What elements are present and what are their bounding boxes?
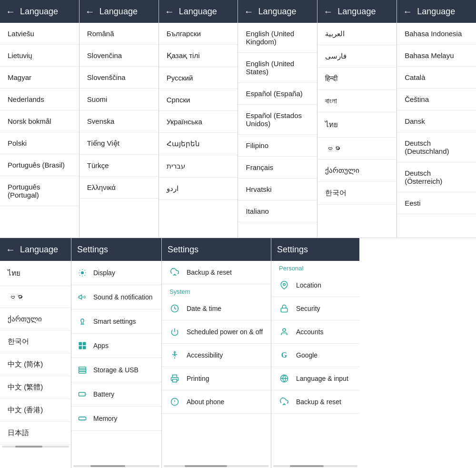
- svg-point-0: [81, 271, 84, 274]
- list-item[interactable]: Русский: [159, 67, 238, 89]
- settings-list-3: Personal Location Security Accoun: [271, 261, 359, 464]
- settings-item-label: Backup & reset: [296, 398, 341, 406]
- settings-item-location[interactable]: Location: [271, 274, 359, 297]
- list-item[interactable]: Български: [159, 23, 238, 45]
- list-item[interactable]: Čeština: [397, 89, 476, 110]
- panel-title-bottom: Language: [20, 245, 58, 255]
- list-item[interactable]: Polski: [0, 132, 79, 154]
- list-item[interactable]: Հայերեն: [159, 133, 238, 155]
- settings-item-security[interactable]: Security: [271, 297, 359, 320]
- list-item[interactable]: Español (Estados Unidos): [238, 105, 317, 135]
- settings-panel-1: Settings Display Sound & notification: [71, 238, 162, 468]
- list-item[interactable]: Català: [397, 67, 476, 89]
- list-item[interactable]: Deutsch (Österreich): [397, 162, 476, 192]
- settings-item-printing[interactable]: Printing: [162, 367, 271, 390]
- list-item[interactable]: 中文 (繁體): [0, 376, 71, 399]
- back-arrow-6[interactable]: ←: [403, 6, 412, 17]
- list-item[interactable]: Português (Brasil): [0, 154, 79, 176]
- list-item[interactable]: Deutsch (Deutschland): [397, 132, 476, 162]
- list-item[interactable]: Română: [79, 23, 159, 45]
- back-arrow-3[interactable]: ←: [165, 6, 174, 17]
- list-item[interactable]: ဗမာ: [0, 286, 71, 308]
- list-item[interactable]: Español (España): [238, 83, 317, 105]
- list-item[interactable]: العربية: [317, 23, 397, 45]
- list-item[interactable]: ไทย: [0, 261, 71, 286]
- list-item[interactable]: Português (Portugal): [0, 176, 79, 206]
- list-item[interactable]: Tiếng Việt: [79, 132, 159, 155]
- list-item[interactable]: Italiano: [238, 200, 317, 222]
- list-item[interactable]: ဗမာ: [317, 138, 397, 159]
- list-item[interactable]: Ελληνικά: [79, 177, 159, 199]
- panel-title-3: Language: [179, 7, 217, 17]
- list-item[interactable]: ქართული: [0, 308, 71, 330]
- list-item[interactable]: 中文 (香港): [0, 399, 71, 422]
- list-item[interactable]: Қазақ тілі: [159, 45, 238, 67]
- settings-item-smart[interactable]: Smart settings: [71, 309, 161, 334]
- settings-item-accounts[interactable]: Accounts: [271, 320, 359, 344]
- list-item[interactable]: Magyar: [0, 67, 79, 89]
- settings-item-power[interactable]: Scheduled power on & off: [162, 320, 271, 344]
- list-item[interactable]: Lietuvių: [0, 45, 79, 67]
- list-item[interactable]: Slovenščina: [79, 67, 159, 89]
- settings-item-backup[interactable]: Backup & reset: [162, 261, 271, 284]
- settings-item-google[interactable]: G Google: [271, 344, 359, 367]
- list-item[interactable]: Slovenčina: [79, 45, 159, 67]
- panel-header-2: ← Language: [79, 0, 159, 23]
- back-arrow-bottom[interactable]: ←: [6, 244, 15, 255]
- list-item[interactable]: Türkçe: [79, 155, 159, 177]
- list-item[interactable]: 中文 (简体): [0, 353, 71, 376]
- list-item[interactable]: Latviešu: [0, 23, 79, 45]
- settings-item-accessibility[interactable]: Accessibility: [162, 344, 271, 367]
- settings-item-label: Printing: [187, 375, 209, 382]
- back-arrow-4[interactable]: ←: [244, 6, 253, 17]
- list-item[interactable]: हिन्दी: [317, 68, 397, 90]
- settings-list-1: Display Sound & notification Smart setti…: [71, 261, 161, 464]
- list-item[interactable]: Eesti: [397, 192, 476, 214]
- back-arrow-2[interactable]: ←: [85, 6, 95, 17]
- list-item[interactable]: 日本語: [0, 422, 71, 445]
- list-item[interactable]: Српски: [159, 89, 238, 111]
- settings-item-sound[interactable]: Sound & notification: [71, 285, 161, 309]
- language-panel-3: ← Language Български Қазақ тілі Русский …: [159, 0, 238, 238]
- list-item[interactable]: English (United States): [238, 53, 317, 83]
- settings-item-apps[interactable]: Apps: [71, 334, 161, 358]
- list-item[interactable]: Bahasa Melayu: [397, 45, 476, 67]
- list-item[interactable]: English (United Kingdom): [238, 23, 317, 53]
- list-item[interactable]: Norsk bokmål: [0, 110, 79, 132]
- list-item[interactable]: اردو: [159, 178, 238, 200]
- settings-header-1: Settings: [71, 238, 161, 261]
- svg-point-20: [283, 329, 286, 331]
- list-item[interactable]: Dansk: [397, 110, 476, 132]
- settings-item-storage[interactable]: Storage & USB: [71, 358, 161, 382]
- svg-rect-6: [79, 369, 86, 371]
- list-item[interactable]: فارسی: [317, 45, 397, 68]
- location-icon: [279, 280, 289, 290]
- list-item[interactable]: Hrvatski: [238, 179, 317, 200]
- settings-item-about[interactable]: About phone: [162, 390, 271, 414]
- settings-item-display[interactable]: Display: [71, 261, 161, 285]
- list-item[interactable]: עברית: [159, 155, 238, 178]
- settings-item-battery[interactable]: Battery: [71, 382, 161, 407]
- list-item[interactable]: ไทย: [317, 112, 397, 138]
- back-arrow-1[interactable]: ←: [6, 6, 15, 17]
- settings-item-backup2[interactable]: Backup & reset: [271, 390, 359, 414]
- list-item[interactable]: ქართული: [317, 159, 397, 182]
- settings-item-memory[interactable]: Memory: [71, 407, 161, 431]
- lang-list-4: English (United Kingdom) English (United…: [238, 23, 317, 238]
- list-item[interactable]: Українська: [159, 111, 238, 133]
- printing-icon: [169, 373, 180, 384]
- settings-item-language[interactable]: Language & input: [271, 367, 359, 390]
- list-item[interactable]: বাংলা: [317, 90, 397, 112]
- list-item[interactable]: Nederlands: [0, 89, 79, 110]
- list-item[interactable]: Suomi: [79, 89, 159, 110]
- list-item[interactable]: Svenska: [79, 110, 159, 132]
- list-item[interactable]: 한국어: [317, 182, 397, 205]
- svg-rect-7: [79, 371, 86, 373]
- back-arrow-5[interactable]: ←: [323, 6, 333, 17]
- list-item[interactable]: 한국어: [0, 330, 71, 353]
- panel-header-bottom: ← Language: [0, 238, 71, 261]
- settings-item-datetime[interactable]: Date & time: [162, 297, 271, 320]
- list-item[interactable]: Filipino: [238, 135, 317, 157]
- list-item[interactable]: Bahasa Indonesia: [397, 23, 476, 45]
- list-item[interactable]: Français: [238, 157, 317, 179]
